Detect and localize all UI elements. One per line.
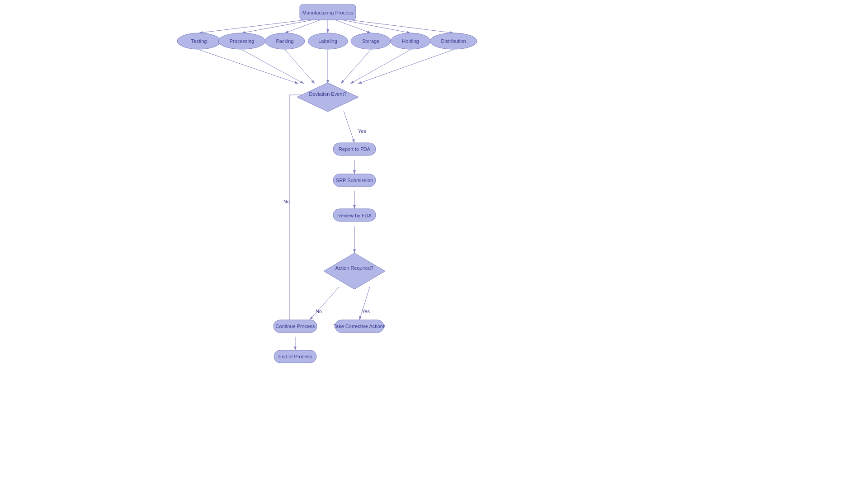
- line-deviation-no: [278, 95, 312, 328]
- manufacturing-process-label: Manufacturing Process: [302, 10, 354, 15]
- deviation-event-label: Deviation Event?: [309, 91, 346, 97]
- action-required-diamond: [324, 253, 385, 289]
- line-action-yes: [359, 287, 370, 320]
- line-storage-to-deviation: [341, 50, 371, 84]
- line-processing-to-deviation: [242, 50, 304, 84]
- deviation-event-diamond: [297, 83, 359, 112]
- holding-label: Holding: [402, 38, 419, 44]
- end-of-process-label: End of Process: [278, 354, 312, 359]
- action-required-label: Action Required?: [335, 265, 373, 271]
- processing-label: Processing: [230, 38, 254, 44]
- review-fda-label: Review by FDA: [337, 213, 372, 218]
- line-deviation-yes: [344, 111, 354, 143]
- corrective-actions-label: Take Corrective Actions: [334, 324, 386, 329]
- no-label-1: No: [283, 199, 290, 204]
- srp-submission-label: SRP Submission: [336, 178, 373, 183]
- distribution-label: Distribution: [441, 38, 466, 44]
- yes-label-1: Yes: [358, 128, 366, 134]
- line-holding-to-deviation: [350, 50, 410, 84]
- line-testing-to-deviation: [199, 50, 298, 84]
- packing-label: Packing: [276, 38, 293, 44]
- line-distribution-to-deviation: [358, 50, 453, 84]
- storage-label: Storage: [362, 38, 380, 44]
- continue-process-label: Continue Process: [276, 324, 315, 329]
- labeling-label: Labeling: [318, 38, 337, 44]
- line-packing-to-deviation: [285, 50, 315, 84]
- testing-label: Testing: [191, 38, 207, 44]
- report-fda-label: Report to FDA: [339, 146, 371, 152]
- line-action-no: [310, 287, 339, 320]
